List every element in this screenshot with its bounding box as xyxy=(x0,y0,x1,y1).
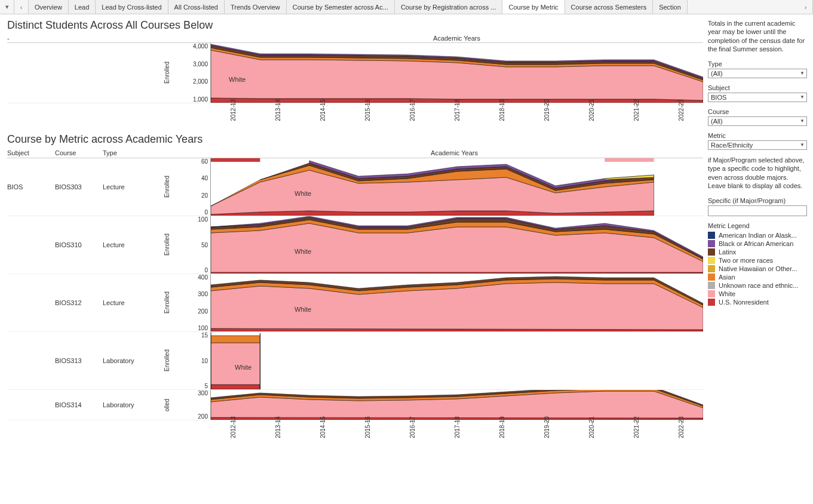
legend-label: Native Hawaiian or Other... xyxy=(719,265,797,272)
row-plot[interactable]: White xyxy=(210,332,703,389)
tab-menu-dropdown[interactable]: ▾ xyxy=(0,0,14,14)
course-code: BIOS312 xyxy=(55,298,103,308)
filter-subject-select[interactable]: BIOS xyxy=(708,93,807,102)
xaxis-tick: 2012-13 xyxy=(210,420,255,447)
filter-course-label: Course xyxy=(708,108,807,115)
xaxis-tick: 2014-15 xyxy=(300,420,345,447)
chart2-headers: Subject Course Type Academic Years xyxy=(7,148,703,158)
xaxis-tick: 2012-13 xyxy=(210,103,255,130)
xaxis-tick: 2017-18 xyxy=(434,420,479,447)
legend-item[interactable]: Two or more races xyxy=(708,257,807,264)
row-plot[interactable]: White xyxy=(210,216,703,273)
course-type: Lecture xyxy=(103,298,162,308)
course-type: Laboratory xyxy=(103,356,162,365)
course-row: BIOS310LectureEnrolled100500White xyxy=(7,216,703,274)
legend-label: American Indian or Alask... xyxy=(719,232,797,239)
note-top: Totals in the current academic year may … xyxy=(708,19,807,53)
xaxis-tick: 2016-17 xyxy=(389,420,434,447)
tab-bar: ▾ ‹ OverviewLeadLead by Cross-listedAll … xyxy=(0,0,813,14)
legend-swatch xyxy=(708,232,715,239)
row-plot[interactable]: White xyxy=(210,158,703,216)
xaxis-tick: 2013-14 xyxy=(255,420,300,447)
legend-swatch xyxy=(708,248,715,256)
legend-label: U.S. Nonresident xyxy=(719,299,769,306)
filter-metric-label: Metric xyxy=(708,132,807,139)
specific-input[interactable] xyxy=(708,205,807,216)
svg-rect-0 xyxy=(211,158,260,162)
course-row: BIOS313LaboratoryEnrolled15105White xyxy=(7,332,703,390)
course-type: Laboratory xyxy=(103,400,162,410)
legend-item[interactable]: White xyxy=(708,290,807,297)
specific-label: Specific (if Major/Program) xyxy=(708,197,807,204)
xaxis-tick: 2019-20 xyxy=(524,420,569,447)
course-code: BIOS314 xyxy=(55,400,103,410)
course-code: BIOS310 xyxy=(55,240,103,250)
chart1-title: Distinct Students Across All Courses Bel… xyxy=(7,19,703,32)
chart1-plot[interactable]: White xyxy=(210,43,703,103)
legend-label: Black or African American xyxy=(719,240,793,247)
tab-lead[interactable]: Lead xyxy=(69,0,96,14)
chart1-dashrow: - Academic Years xyxy=(7,34,703,43)
tab-course-by-registration-across-[interactable]: Course by Registration across ... xyxy=(395,0,503,14)
chart1-row: Enrolled 4,0003,0002,0001,000 White xyxy=(7,43,703,103)
xaxis-tick: 2015-16 xyxy=(345,103,389,130)
xaxis-tick: 2018-19 xyxy=(479,103,524,130)
content-area: Distinct Students Across All Courses Bel… xyxy=(0,14,705,449)
legend-swatch xyxy=(708,257,715,264)
row-plot[interactable] xyxy=(210,390,703,420)
legend-item[interactable]: Latinx xyxy=(708,248,807,256)
tab-scroll-left[interactable]: ‹ xyxy=(14,0,29,14)
filter-course-select[interactable]: (All) xyxy=(708,116,807,126)
svg-rect-1 xyxy=(605,158,654,162)
xaxis-tick: 2016-17 xyxy=(389,103,434,130)
legend-swatch xyxy=(708,265,715,272)
legend-title: Metric Legend xyxy=(708,222,807,229)
filter-subject-label: Subject xyxy=(708,84,807,91)
row-ylabel: Enrolled xyxy=(162,332,171,389)
xaxis-tick: 2022-23 xyxy=(658,103,703,130)
legend-label: Latinx xyxy=(719,248,736,256)
tab-course-by-semester-across-ac-[interactable]: Course by Semester across Ac... xyxy=(287,0,395,14)
course-type: Lecture xyxy=(103,240,162,250)
xaxis-tick: 2020-21 xyxy=(569,420,613,447)
legend-item[interactable]: Native Hawaiian or Other... xyxy=(708,265,807,272)
chart1-year-header: Academic Years xyxy=(210,35,703,42)
tab-course-by-metric[interactable]: Course by Metric xyxy=(502,0,565,14)
row-ylabel: Enrolled xyxy=(162,158,171,216)
course-type: Lecture xyxy=(103,182,162,192)
row-plot[interactable]: White xyxy=(210,274,703,331)
course-row: BIOSBIOS303LectureEnrolled6040200White xyxy=(7,158,703,216)
tab-scroll-right[interactable]: › xyxy=(799,0,813,14)
course-code: BIOS303 xyxy=(55,182,103,192)
legend-item[interactable]: American Indian or Alask... xyxy=(708,232,807,239)
legend-label: Two or more races xyxy=(719,257,773,264)
legend-item[interactable]: Black or African American xyxy=(708,240,807,247)
legend-swatch xyxy=(708,290,715,297)
tab-course-across-semesters[interactable]: Course across Semesters xyxy=(565,0,654,14)
xaxis-tick: 2017-18 xyxy=(434,103,479,130)
row-ylabel: Enrolled xyxy=(162,216,171,273)
course-row: BIOS312LectureEnrolled400300200100White xyxy=(7,274,703,332)
legend-item[interactable]: Asian xyxy=(708,273,807,281)
filter-type-label: Type xyxy=(708,60,807,67)
tab-trends-overview[interactable]: Trends Overview xyxy=(225,0,287,14)
sidebar: Totals in the current academic year may … xyxy=(705,14,813,449)
row-ylabel: Enrolled xyxy=(162,274,171,331)
legend-swatch xyxy=(708,240,715,247)
tab-all-cross-listed[interactable]: All Cross-listed xyxy=(168,0,225,14)
filter-type-select[interactable]: (All) xyxy=(708,69,807,78)
legend-item[interactable]: U.S. Nonresident xyxy=(708,299,807,306)
row-ylabel: olled xyxy=(162,390,171,420)
tab-lead-by-cross-listed[interactable]: Lead by Cross-listed xyxy=(96,0,168,14)
note-mid: if Major/Program selected above, type a … xyxy=(708,156,807,190)
filter-metric-select[interactable]: Race/Ethnicity xyxy=(708,140,807,150)
tab-section[interactable]: Section xyxy=(653,0,688,14)
legend-item[interactable]: Unknown race and ethnic... xyxy=(708,282,807,289)
xaxis-tick: 2014-15 xyxy=(300,103,345,130)
tab-overview[interactable]: Overview xyxy=(29,0,69,14)
course-code: BIOS313 xyxy=(55,356,103,365)
legend-label: Asian xyxy=(719,273,735,281)
xaxis-tick: 2015-16 xyxy=(345,420,389,447)
legend-label: Unknown race and ethnic... xyxy=(719,282,798,289)
xaxis-tick: 2022-23 xyxy=(658,420,703,447)
